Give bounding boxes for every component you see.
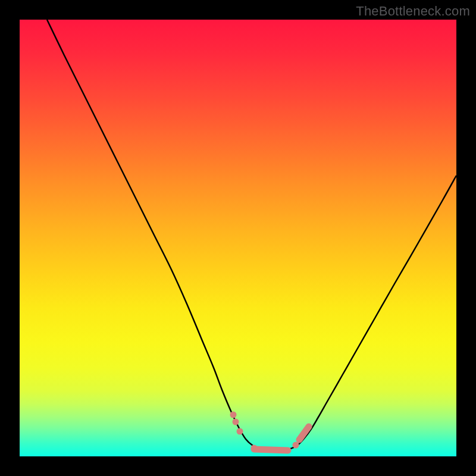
watermark-text: TheBottleneck.com (356, 4, 470, 19)
bottleneck-curve (47, 20, 456, 451)
plot-area (20, 20, 456, 456)
chart-frame: TheBottleneck.com (0, 0, 476, 476)
curve-marker (299, 427, 309, 440)
curve-layer (20, 20, 456, 456)
marker-group (233, 415, 309, 450)
curve-marker (254, 449, 288, 450)
